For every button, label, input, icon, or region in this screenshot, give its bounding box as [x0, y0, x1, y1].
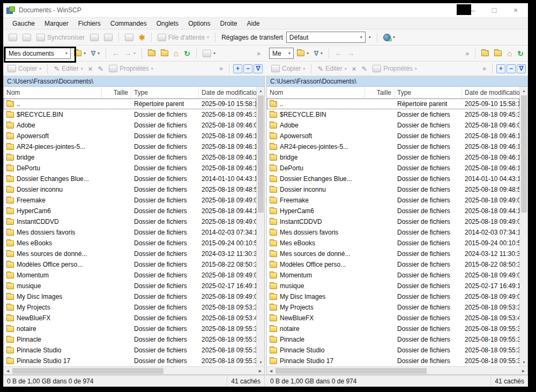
file-row-mes-sources-de-donn[interactable]: Mes sources de donné...Dossier de fichie… — [267, 248, 519, 259]
right-refresh-button[interactable]: ↻ — [515, 49, 526, 58]
menu-item-options[interactable]: Options — [183, 19, 215, 28]
menu-item-fichiers[interactable]: Fichiers — [73, 19, 106, 28]
menu-item-marquer[interactable]: Marquer — [40, 19, 73, 28]
right-rename-button[interactable]: ✎ — [359, 64, 369, 74]
right-select-add-button[interactable]: + — [496, 64, 505, 73]
menu-item-gauche[interactable]: Gauche — [8, 19, 40, 28]
column-header-name[interactable]: Nom — [4, 87, 102, 98]
file-row-apowersoft[interactable]: ApowersoftDossier de fichiers2025-08-18 … — [267, 131, 519, 141]
right-selection-filter-button[interactable]: ∇ — [517, 64, 526, 73]
file-row-mes-ebooks[interactable]: Mes eBooksDossier de fichiers2015-09-24 … — [267, 238, 519, 248]
file-row-mes-dossiers-favoris[interactable]: Mes dossiers favorisDossier de fichiers2… — [267, 227, 519, 238]
right-root-directory-button[interactable] — [492, 49, 504, 57]
column-header-date[interactable]: Date de modification — [199, 87, 256, 98]
menu-item-droite[interactable]: Droite — [215, 19, 242, 28]
right-path-bar[interactable]: C:\Users\Frasson\Documents\ — [267, 76, 527, 87]
file-row-recycle-bin[interactable]: $RECYCLE.BINDossier de fichiers2025-08-1… — [267, 109, 519, 120]
left-filter-button[interactable]: ∇▾ — [89, 49, 102, 58]
file-row-my-disc-images[interactable]: My Disc ImagesDossier de fichiers2025-08… — [4, 291, 256, 302]
scroll-left-icon[interactable]: ◀ — [4, 367, 12, 375]
left-command-overflow-button[interactable]: » — [217, 65, 225, 72]
scrollbar-thumb[interactable] — [276, 368, 427, 374]
toggle-panels-button[interactable] — [6, 33, 19, 42]
file-row-my-disc-images[interactable]: My Disc ImagesDossier de fichiers2025-08… — [267, 291, 519, 302]
left-home-directory-button[interactable]: ⌂ — [172, 48, 181, 58]
right-copy-button[interactable]: Copier▾ — [269, 64, 307, 73]
file-row-musique[interactable]: musiqueDossier de fichiers2025-02-17 16:… — [267, 281, 519, 291]
right-filter-button[interactable]: ∇▾ — [312, 49, 325, 58]
file-row-apowersoft[interactable]: ApowersoftDossier de fichiers2025-08-18 … — [4, 131, 256, 141]
file-row-deportu[interactable]: DePortuDossier de fichiers2025-08-18 09:… — [4, 163, 256, 174]
right-home-directory-button[interactable]: ⌂ — [505, 48, 514, 58]
left-select-add-button[interactable]: + — [233, 64, 242, 73]
scroll-right-icon[interactable]: ▶ — [519, 367, 527, 375]
file-row-pinnacle-studio-17[interactable]: Pinnacle Studio 17Dossier de fichiers202… — [4, 356, 256, 366]
menu-item-commandes[interactable]: Commandes — [106, 19, 152, 28]
left-back-button[interactable]: ← — [110, 49, 121, 58]
file-row-instantcddvd[interactable]: InstantCDDVDDossier de fichiers2025-08-1… — [4, 216, 256, 227]
right-forward-button[interactable]: → — [345, 49, 356, 58]
console-button[interactable] — [123, 33, 136, 42]
right-vertical-scrollbar[interactable]: ▲ ▼ — [519, 87, 527, 366]
file-row-newbluefx[interactable]: NewBlueFXDossier de fichiers2025-08-18 0… — [4, 313, 256, 323]
scroll-down-icon[interactable]: ▼ — [520, 358, 527, 366]
menu-item-aide[interactable]: Aide — [242, 19, 265, 28]
left-toolbar-overflow-button[interactable]: » — [255, 50, 263, 57]
left-path-bar[interactable]: C:\Users\Frasson\Documents\ — [4, 76, 264, 87]
file-row-pinnacle-studio[interactable]: Pinnacle StudioDossier de fichiers2025-0… — [4, 345, 256, 356]
scroll-down-icon[interactable]: ▼ — [257, 358, 264, 366]
menu-item-onglets[interactable]: Onglets — [152, 19, 183, 28]
column-header-type[interactable]: Type — [394, 87, 462, 98]
left-properties-button[interactable]: Propriétés▾ — [107, 64, 155, 73]
right-command-overflow-button[interactable]: » — [480, 65, 488, 72]
scroll-up-icon[interactable]: ▲ — [257, 87, 264, 95]
maximize-button[interactable]: □ — [489, 6, 499, 14]
file-row-my-projects[interactable]: My ProjectsDossier de fichiers2025-08-18… — [267, 302, 519, 313]
file-row-momentum[interactable]: MomentumDossier de fichiers2025-08-18 09… — [4, 270, 256, 281]
left-vertical-scrollbar[interactable]: ▲ ▼ — [256, 87, 264, 366]
file-row-mod-les-office-perso[interactable]: Modèles Office perso...Dossier de fichie… — [4, 259, 256, 270]
file-row-notaire[interactable]: notaireDossier de fichiers2025-08-18 09:… — [4, 323, 256, 334]
left-selection-filter-button[interactable]: ∇ — [254, 64, 263, 73]
file-row-pinnacle-studio[interactable]: Pinnacle StudioDossier de fichiers2025-0… — [267, 345, 519, 356]
right-open-directory-button[interactable]: ▾ — [295, 49, 311, 57]
close-button[interactable]: × — [511, 6, 520, 14]
file-row-instantcddvd[interactable]: InstantCDDVDDossier de fichiers2025-08-1… — [267, 216, 519, 227]
file-row-mes-ebooks[interactable]: Mes eBooksDossier de fichiers2015-09-24 … — [4, 238, 256, 248]
scroll-left-icon[interactable]: ◀ — [267, 367, 275, 375]
file-row-dossier-echanges-blue[interactable]: Dossier Echanges Blue...Dossier de fichi… — [4, 174, 256, 184]
right-horizontal-scrollbar[interactable]: ◀ ▶ — [267, 366, 527, 374]
file-row-mes-dossiers-favoris[interactable]: Mes dossiers favorisDossier de fichiers2… — [4, 227, 256, 238]
file-row-hypercam6[interactable]: HyperCam6Dossier de fichiers2025-08-18 0… — [4, 206, 256, 216]
file-row-my-projects[interactable]: My ProjectsDossier de fichiers2025-08-18… — [4, 302, 256, 313]
file-row-freemake[interactable]: FreemakeDossier de fichiers2025-08-18 09… — [4, 195, 256, 206]
queue-button[interactable]: File d'attente▾ — [155, 33, 211, 42]
left-root-directory-button[interactable] — [159, 49, 170, 57]
right-properties-button[interactable]: Propriétés▾ — [370, 64, 419, 73]
scrollbar-thumb[interactable] — [258, 95, 264, 213]
column-header-name[interactable]: Nom — [267, 87, 365, 98]
right-toolbar-overflow-button[interactable]: » — [464, 50, 472, 57]
file-row-adobe[interactable]: AdobeDossier de fichiers2025-08-18 09:46… — [4, 120, 256, 131]
scrollbar-thumb[interactable] — [521, 95, 527, 213]
sync-browsing-button[interactable] — [102, 33, 115, 42]
file-row-bridge[interactable]: bridgeDossier de fichiers2025-08-18 09:4… — [267, 152, 519, 163]
left-refresh-button[interactable]: ↻ — [182, 49, 192, 58]
file-row-newbluefx[interactable]: NewBlueFXDossier de fichiers2025-08-18 0… — [267, 313, 519, 323]
left-delete-button[interactable]: × — [86, 64, 95, 74]
file-row-mod-les-office-perso[interactable]: Modèles Office perso...Dossier de fichie… — [267, 259, 519, 270]
left-horizontal-scrollbar[interactable]: ◀ ▶ — [4, 366, 264, 374]
file-row-momentum[interactable]: MomentumDossier de fichiers2025-08-18 09… — [267, 270, 519, 281]
left-copy-button[interactable]: Copier▾ — [5, 64, 43, 73]
file-row-mes-sources-de-donn[interactable]: Mes sources de donné...Dossier de fichie… — [4, 248, 256, 259]
file-row-ar24-pieces-jointes-5[interactable]: AR24-pieces-jointes-5...Dossier de fichi… — [4, 141, 256, 152]
preferences-button[interactable]: ✱ — [137, 33, 147, 42]
transfer-profile-combo[interactable]: Défaut▾ — [286, 32, 366, 43]
file-row-bridge[interactable]: bridgeDossier de fichiers2025-08-18 09:4… — [4, 152, 256, 163]
file-row-parent[interactable]: ..Répertoire parent2025-09-10 15:58:15 — [267, 99, 519, 109]
right-select-remove-button[interactable]: − — [507, 64, 516, 73]
session-button[interactable]: ▾ — [381, 33, 397, 42]
file-row-musique[interactable]: musiqueDossier de fichiers2025-02-17 16:… — [4, 281, 256, 291]
file-row-pinnacle[interactable]: PinnacleDossier de fichiers2025-08-18 09… — [267, 334, 519, 345]
file-row-freemake[interactable]: FreemakeDossier de fichiers2025-08-18 09… — [267, 195, 519, 206]
